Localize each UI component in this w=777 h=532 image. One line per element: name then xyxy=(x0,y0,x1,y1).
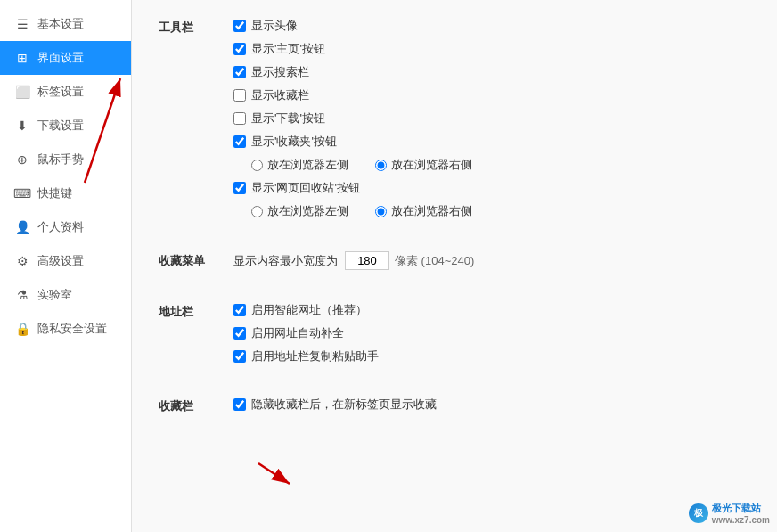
profile-icon: 👤 xyxy=(14,219,30,235)
checkbox-show-bookmark[interactable] xyxy=(233,135,246,148)
checkbox-show-home[interactable] xyxy=(233,43,246,55)
label-show-avatar: 显示头像 xyxy=(251,18,298,34)
checkbox-auto-complete[interactable] xyxy=(233,327,246,340)
section-content: 隐藏收藏栏后，在新标签页显示收藏 xyxy=(233,397,750,420)
checkbox-row-auto-complete: 启用网址自动补全 xyxy=(233,325,750,341)
checkbox-row-show-bookmark: 显示'收藏夹'按钮 xyxy=(233,134,750,150)
checkbox-row-show-fav: 显示收藏栏 xyxy=(233,87,750,103)
sidebar-label-basic: 基本设置 xyxy=(37,16,84,32)
advanced-icon: ⚙ xyxy=(14,253,30,269)
checkbox-hide-fav-bar[interactable] xyxy=(233,398,246,411)
sidebar-label-interface: 界面设置 xyxy=(37,50,84,66)
lab-icon: ⚗ xyxy=(14,287,30,303)
label-show-recycle: 显示'网页回收站'按钮 xyxy=(251,180,360,196)
section-收藏菜单: 收藏菜单显示内容最小宽度为像素 (104~240) xyxy=(159,251,750,277)
label-show-search: 显示搜索栏 xyxy=(251,64,309,80)
label-auto-complete: 启用网址自动补全 xyxy=(251,325,344,341)
watermark-text: 极光下载站 www.xz7.com xyxy=(712,502,770,525)
privacy-icon: 🔒 xyxy=(14,321,30,337)
sidebar-label-shortcut: 快捷键 xyxy=(37,185,72,201)
checkbox-row-show-home: 显示'主页'按钮 xyxy=(233,41,750,57)
sidebar-label-profile: 个人资料 xyxy=(37,219,84,235)
sidebar-item-lab[interactable]: ⚗实验室 xyxy=(0,278,131,312)
radio-option-0: 放在浏览器左侧 xyxy=(251,203,348,219)
sidebar-item-basic[interactable]: ☰基本设置 xyxy=(0,7,131,41)
section-content: 显示头像显示'主页'按钮显示搜索栏显示收藏栏显示'下载'按钮显示'收藏夹'按钮放… xyxy=(233,18,750,226)
checkbox-show-download[interactable] xyxy=(233,112,246,125)
bookmark-menu-unit: 像素 (104~240) xyxy=(395,253,474,269)
sidebar-item-profile[interactable]: 👤个人资料 xyxy=(0,210,131,244)
radio-option-1: 放在浏览器右侧 xyxy=(375,203,472,219)
checkbox-paste-helper[interactable] xyxy=(233,350,246,363)
checkbox-row-hide-fav-bar: 隐藏收藏栏后，在新标签页显示收藏 xyxy=(233,397,750,413)
checkbox-row-show-download: 显示'下载'按钮 xyxy=(233,110,750,127)
radio-label-0: 放在浏览器左侧 xyxy=(267,157,348,173)
radio-label-1: 放在浏览器右侧 xyxy=(391,157,472,173)
section-title: 收藏菜单 xyxy=(159,251,212,277)
interface-icon: ⊞ xyxy=(14,50,30,66)
label-show-fav: 显示收藏栏 xyxy=(251,87,309,103)
checkbox-row-show-recycle: 显示'网页回收站'按钮 xyxy=(233,180,750,196)
sidebar-item-interface[interactable]: ⊞界面设置 xyxy=(0,41,131,75)
sidebar-label-lab: 实验室 xyxy=(37,287,72,303)
section-content: 显示内容最小宽度为像素 (104~240) xyxy=(233,251,750,277)
radio-option-1: 放在浏览器右侧 xyxy=(375,157,472,173)
shortcut-icon: ⌨ xyxy=(14,185,30,201)
mouse-icon: ⊕ xyxy=(14,151,30,168)
radio-recycle-pos-1[interactable] xyxy=(375,206,387,217)
radio-bookmark-pos-1[interactable] xyxy=(375,160,387,171)
checkbox-row-paste-helper: 启用地址栏复制粘贴助手 xyxy=(233,348,750,364)
checkbox-row-show-avatar: 显示头像 xyxy=(233,18,750,34)
bookmark-menu-label: 显示内容最小宽度为 xyxy=(233,253,338,269)
section-工具栏: 工具栏显示头像显示'主页'按钮显示搜索栏显示收藏栏显示'下载'按钮显示'收藏夹'… xyxy=(159,18,750,226)
sidebar-label-mouse: 鼠标手势 xyxy=(37,151,84,168)
radio-bookmark-pos-0[interactable] xyxy=(251,160,263,171)
label-smart-url: 启用智能网址（推荐） xyxy=(251,302,367,318)
tabs-icon: ⬜ xyxy=(14,84,30,100)
checkbox-smart-url[interactable] xyxy=(233,304,246,316)
section-title: 地址栏 xyxy=(159,302,212,372)
label-show-bookmark: 显示'收藏夹'按钮 xyxy=(251,134,337,150)
checkbox-show-avatar[interactable] xyxy=(233,20,246,32)
section-收藏栏: 收藏栏隐藏收藏栏后，在新标签页显示收藏 xyxy=(159,397,750,420)
section-title: 收藏栏 xyxy=(159,397,212,420)
radio-label-0: 放在浏览器左侧 xyxy=(267,203,348,219)
label-hide-fav-bar: 隐藏收藏栏后，在新标签页显示收藏 xyxy=(251,397,437,413)
label-show-download: 显示'下载'按钮 xyxy=(251,110,325,127)
checkbox-row-smart-url: 启用智能网址（推荐） xyxy=(233,302,750,318)
section-title: 工具栏 xyxy=(159,18,212,226)
sidebar-item-tabs[interactable]: ⬜标签设置 xyxy=(0,75,131,109)
sidebar-label-download: 下载设置 xyxy=(37,118,84,134)
sidebar-item-privacy[interactable]: 🔒隐私安全设置 xyxy=(0,312,131,346)
sidebar-label-advanced: 高级设置 xyxy=(37,253,84,269)
radio-row-recycle-pos: 放在浏览器左侧放在浏览器右侧 xyxy=(251,203,750,219)
sidebar-item-shortcut[interactable]: ⌨快捷键 xyxy=(0,176,131,210)
watermark-logo: 极 xyxy=(689,503,708,523)
sidebar-label-privacy: 隐私安全设置 xyxy=(37,321,107,337)
radio-recycle-pos-0[interactable] xyxy=(251,206,263,217)
sidebar: ☰基本设置⊞界面设置⬜标签设置⬇下载设置⊕鼠标手势⌨快捷键👤个人资料⚙高级设置⚗… xyxy=(0,0,132,532)
basic-icon: ☰ xyxy=(14,16,30,32)
sidebar-label-tabs: 标签设置 xyxy=(37,84,84,100)
radio-option-0: 放在浏览器左侧 xyxy=(251,157,348,173)
section-地址栏: 地址栏启用智能网址（推荐）启用网址自动补全启用地址栏复制粘贴助手 xyxy=(159,302,750,372)
section-content: 启用智能网址（推荐）启用网址自动补全启用地址栏复制粘贴助手 xyxy=(233,302,750,372)
radio-row-bookmark-pos: 放在浏览器左侧放在浏览器右侧 xyxy=(251,157,750,173)
radio-label-1: 放在浏览器右侧 xyxy=(391,203,472,219)
label-paste-helper: 启用地址栏复制粘贴助手 xyxy=(251,348,379,364)
sidebar-item-download[interactable]: ⬇下载设置 xyxy=(0,109,131,143)
checkbox-show-search[interactable] xyxy=(233,66,246,78)
checkbox-show-recycle[interactable] xyxy=(233,182,246,194)
sidebar-item-mouse[interactable]: ⊕鼠标手势 xyxy=(0,143,131,176)
label-show-home: 显示'主页'按钮 xyxy=(251,41,325,57)
download-icon: ⬇ xyxy=(14,118,30,134)
bookmark-menu-row: 显示内容最小宽度为像素 (104~240) xyxy=(233,251,750,270)
checkbox-row-show-search: 显示搜索栏 xyxy=(233,64,750,80)
bookmark-menu-input[interactable] xyxy=(345,251,389,270)
sidebar-item-advanced[interactable]: ⚙高级设置 xyxy=(0,244,131,278)
checkbox-show-fav[interactable] xyxy=(233,89,246,102)
main-content: 工具栏显示头像显示'主页'按钮显示搜索栏显示收藏栏显示'下载'按钮显示'收藏夹'… xyxy=(132,0,777,532)
watermark: 极 极光下载站 www.xz7.com xyxy=(689,502,770,525)
